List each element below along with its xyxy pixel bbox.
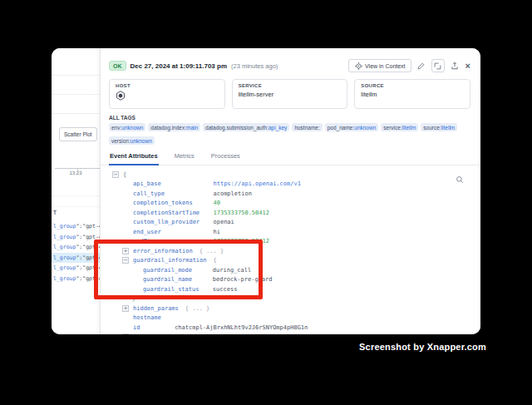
- attribute-key: completionStartTime: [133, 210, 207, 216]
- attribute-key: api_base: [133, 180, 207, 187]
- service-value: litellm-server: [239, 91, 342, 98]
- tag-pill[interactable]: datadog.index:main: [148, 123, 200, 131]
- tag-key: hostname:: [294, 125, 319, 131]
- attribute-value: acompletion: [214, 190, 252, 197]
- log-list-row[interactable]: l_group":"gpt-4o: [52, 263, 100, 274]
- log-row-key: l_group: [53, 223, 76, 230]
- expand-icon[interactable]: +: [122, 305, 129, 312]
- status-badge: OK: [109, 61, 126, 71]
- chart-x-axis: [55, 168, 100, 169]
- collapsed-content: { ... }: [185, 305, 210, 312]
- tag-value: unknown: [354, 125, 376, 131]
- attribute-value: 1735333750.50412: [214, 210, 269, 216]
- tag-pill[interactable]: source:litellm: [421, 123, 457, 131]
- tag-value: main: [186, 125, 198, 131]
- scatter-plot-button[interactable]: Scatter Plot: [59, 127, 97, 141]
- tag-pill[interactable]: env:unknown: [109, 123, 145, 131]
- divider: [52, 94, 100, 95]
- all-tags-section: ALL TAGS env:unknowndatadog.index:mainda…: [101, 109, 480, 145]
- view-in-context-label: View in Context: [365, 63, 406, 69]
- tab-event-attributes[interactable]: Event Attributes: [109, 152, 159, 165]
- log-list-row[interactable]: l_group":"gpt-4o: [52, 274, 100, 284]
- event-timestamp: Dec 27, 2024 at 1:09:11.703 pm: [131, 62, 228, 70]
- service-label: SERVICE: [239, 83, 342, 88]
- tag-key: pod_name:: [328, 125, 355, 131]
- attribute-key: hidden_params: [133, 305, 179, 312]
- event-header: OK Dec 27, 2024 at 1:09:11.703 pm (23 mi…: [101, 48, 480, 79]
- edit-pencil-icon[interactable]: [416, 60, 427, 72]
- close-icon[interactable]: ×: [466, 61, 470, 71]
- attribute-row[interactable]: +messages[ ... ]: [101, 333, 480, 335]
- tag-pill[interactable]: service:litellm: [381, 123, 418, 131]
- attribute-key: id: [133, 324, 168, 331]
- tag-key: datadog.submission_auth:: [205, 125, 268, 131]
- gridline: [52, 206, 100, 207]
- watermark-text: Screenshot by Xnapper.com: [359, 342, 486, 352]
- log-list: l_group":"gpt-4ol_group":"gpt-4ol_group"…: [52, 221, 100, 284]
- tag-pill[interactable]: datadog.submission_auth:api_key: [203, 123, 289, 131]
- attribute-row[interactable]: idchatcmpl-AjBrxhNLht9v2J6rSNYOmp4pH8G1n: [101, 323, 480, 333]
- attribute-row[interactable]: −{: [101, 170, 480, 180]
- tag-value: unknown: [121, 125, 143, 131]
- expand-icon[interactable]: +: [122, 333, 129, 334]
- background-page: Scatter Plot 13:23 T l_group":"gpt-4ol_g…: [52, 48, 100, 334]
- log-row-key: l_group: [53, 244, 76, 250]
- tag-key: env:: [111, 125, 121, 131]
- attribute-row[interactable]: call_typeacompletion: [101, 189, 480, 199]
- gridline: [52, 195, 100, 196]
- attribute-value: hi: [214, 229, 220, 235]
- source-box[interactable]: SOURCE litellm: [354, 79, 470, 109]
- tag-pill[interactable]: version:unknown: [109, 136, 155, 145]
- json-punctuation: {: [123, 171, 126, 178]
- log-list-row[interactable]: l_group":"gpt-4o: [52, 221, 100, 232]
- tab-metrics[interactable]: Metrics: [174, 152, 195, 165]
- attribute-key: custom_llm_provider: [133, 219, 207, 225]
- source-label: SOURCE: [361, 83, 464, 88]
- tag-pill[interactable]: hostname:: [292, 123, 322, 131]
- attribute-row[interactable]: hostname: [101, 314, 480, 324]
- relative-time: (23 minutes ago): [231, 62, 278, 70]
- divider: [52, 113, 100, 114]
- log-list-row[interactable]: l_group":"gpt-4o: [52, 232, 100, 243]
- attribute-key: end_user: [133, 229, 207, 235]
- annotation-red-box: [94, 240, 263, 299]
- attribute-value: 40: [214, 200, 220, 206]
- host-box[interactable]: HOST: [109, 79, 225, 109]
- attribute-value: openai: [214, 219, 234, 225]
- log-list-row[interactable]: l_group":"gpt-4o: [52, 242, 100, 253]
- search-icon[interactable]: [456, 172, 464, 187]
- tag-pill[interactable]: pod_name:unknown: [325, 123, 379, 131]
- attribute-key: call_type: [133, 190, 207, 197]
- tag-value: litellm: [402, 125, 416, 131]
- attribute-row[interactable]: +hidden_params{ ... }: [101, 304, 480, 314]
- related-logs-icon[interactable]: [431, 59, 445, 72]
- all-tags-label: ALL TAGS: [109, 115, 470, 121]
- log-row-key: l_group: [53, 275, 76, 282]
- attribute-row[interactable]: completion_tokens40: [101, 199, 480, 209]
- tag-value: litellm: [441, 125, 456, 131]
- attribute-row[interactable]: api_basehttps://api.openai.com/v1: [101, 180, 480, 190]
- tag-value: api_key: [268, 125, 287, 131]
- tag-key: version:: [111, 138, 131, 144]
- service-box[interactable]: SERVICE litellm-server: [232, 79, 348, 109]
- attribute-key: messages: [133, 333, 161, 334]
- log-list-row[interactable]: l_group":"gpt-4o: [52, 253, 100, 264]
- collapsed-content: [ ... ]: [168, 333, 193, 334]
- attribute-row[interactable]: end_userhi: [101, 227, 480, 237]
- host-hexagon-icon: [116, 91, 219, 102]
- attribute-key: hostname: [133, 314, 168, 321]
- attribute-row[interactable]: completionStartTime1735333750.50412: [101, 208, 480, 218]
- log-row-text: ":"gpt-4o: [76, 223, 100, 230]
- tag-key: source:: [423, 125, 441, 131]
- view-in-context-button[interactable]: View in Context: [348, 59, 411, 72]
- export-icon[interactable]: [449, 60, 461, 72]
- screenshot-canvas: Scatter Plot 13:23 T l_group":"gpt-4ol_g…: [0, 0, 532, 405]
- source-value: litellm: [361, 91, 464, 98]
- axis-tick-label: 13:23: [52, 170, 100, 175]
- collapse-icon[interactable]: −: [112, 171, 119, 178]
- attribute-value: https://api.openai.com/v1: [214, 180, 301, 187]
- tab-processes[interactable]: Processes: [210, 152, 241, 165]
- log-row-key: l_group: [53, 234, 76, 240]
- log-row-key: l_group: [53, 254, 76, 261]
- attribute-row[interactable]: custom_llm_provideropenai: [101, 218, 480, 228]
